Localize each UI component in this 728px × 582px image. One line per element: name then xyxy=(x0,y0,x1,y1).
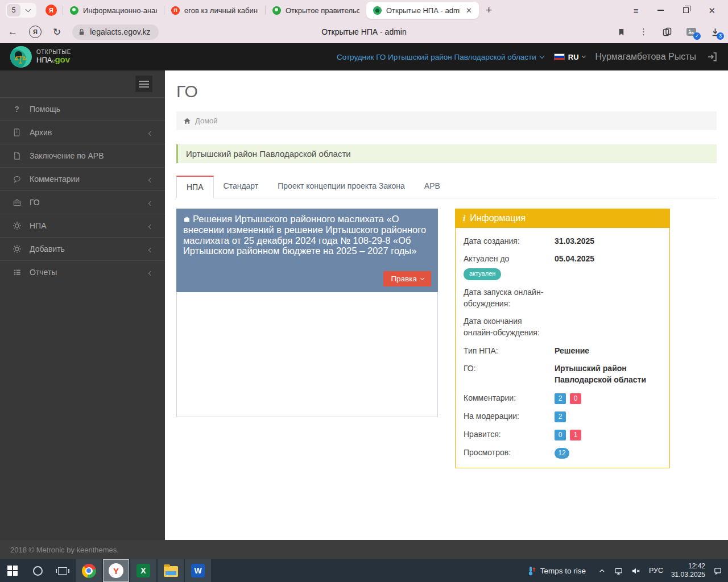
file-explorer-icon xyxy=(164,566,178,577)
network-icon[interactable] xyxy=(614,567,623,575)
chevron-left-icon xyxy=(149,221,152,230)
tab-favicon-green-icon xyxy=(272,6,281,15)
window-minimize-button[interactable] xyxy=(657,10,664,11)
status-badge: актуален xyxy=(464,268,501,280)
language-switcher[interactable]: RU xyxy=(554,53,585,61)
tab-count[interactable]: 5 xyxy=(7,4,20,16)
window-close-button[interactable]: ✕ xyxy=(708,6,715,15)
volume-muted-icon[interactable] xyxy=(631,567,641,575)
cortana-button[interactable] xyxy=(25,559,50,582)
info-row-go: ГО: Иртышский район Павлодарской области xyxy=(464,363,661,386)
pinned-tab-yandex[interactable]: Я xyxy=(46,5,57,16)
gear-icon xyxy=(12,244,22,254)
list-icon xyxy=(12,268,22,277)
sidebar-item-archive[interactable]: Архив xyxy=(0,120,165,144)
tab-npa[interactable]: НПА xyxy=(176,176,214,198)
tab-favicon-yandex-icon: Я xyxy=(171,6,180,15)
new-tab-button[interactable]: + xyxy=(486,4,492,16)
back-button[interactable]: ← xyxy=(8,26,18,38)
npa-card-body xyxy=(176,292,438,417)
tab-close-icon[interactable]: ✕ xyxy=(466,6,472,15)
action-center-button[interactable] xyxy=(713,567,722,575)
refresh-button[interactable]: ↻ xyxy=(53,26,61,38)
ru-flag-icon xyxy=(554,53,565,60)
views-count-badge: 12 xyxy=(555,448,569,459)
sidebar-item-help[interactable]: ? Помощь xyxy=(0,97,165,120)
info-row-likes: Нравится: 01 xyxy=(464,429,661,440)
tab-concept[interactable]: Проект концепции проекта Закона xyxy=(268,176,415,198)
info-row-created: Дата создания: 31.03.2025 xyxy=(464,235,661,247)
logo-line2: НПАegov xyxy=(36,55,71,64)
browser-tab-2[interactable]: Я егов кз личный кабинет – xyxy=(164,2,265,19)
check-badge: ✓ xyxy=(693,32,701,40)
info-row-npa-type: Тип НПА: Решение xyxy=(464,345,661,356)
tab-counter-chevron-icon[interactable] xyxy=(20,9,35,11)
question-icon: ? xyxy=(12,105,22,114)
content-tabs: НПА Стандарт Проект концепции проекта За… xyxy=(176,176,717,198)
sidebar-item-reports[interactable]: Отчеты xyxy=(0,260,165,284)
browser-tab-active[interactable]: Открытые НПА - admin ✕ xyxy=(366,2,479,19)
sidebar-item-arv-conclusion[interactable]: Заключение по АРВ xyxy=(0,144,165,167)
task-view-button[interactable] xyxy=(50,559,75,582)
sidebar-item-comments[interactable]: Комментарии xyxy=(0,167,165,190)
chevron-left-icon xyxy=(149,174,152,184)
taskbar-excel[interactable]: X xyxy=(130,559,156,582)
employee-dropdown-link[interactable]: Сотрудник ГО Иртышский район Павлодарско… xyxy=(337,53,544,61)
breadcrumb-home-link[interactable]: Домой xyxy=(195,117,218,125)
window-restore-button[interactable] xyxy=(683,7,689,13)
chevron-down-icon xyxy=(420,276,424,280)
tab-favicon-green-icon xyxy=(70,6,78,15)
taskbar-clock[interactable]: 12:42 31.03.2025 xyxy=(671,562,705,579)
yandex-home-button[interactable]: Я xyxy=(29,26,42,38)
downloads-count-badge: 3 xyxy=(717,32,724,40)
site-logo[interactable]: ОТКРЫТЫЕ НПАegov xyxy=(10,46,71,68)
collections-icon[interactable] xyxy=(662,27,672,37)
edit-button[interactable]: Правка xyxy=(383,271,431,286)
document-icon xyxy=(12,151,22,161)
start-button[interactable] xyxy=(0,559,25,582)
sidebar-item-npa[interactable]: НПА xyxy=(0,214,165,237)
tab-arv[interactable]: АРВ xyxy=(415,176,450,198)
browser-menu-icon[interactable]: ≡ xyxy=(634,6,639,15)
excel-icon: X xyxy=(136,564,150,577)
npa-card: Решения Иртышского районного маслихата «… xyxy=(176,209,438,417)
taskbar-explorer[interactable] xyxy=(158,559,184,582)
site-footer: 2018 © Metronic by keenthemes. xyxy=(0,540,728,559)
downloads-icon[interactable]: 3 xyxy=(710,27,720,37)
windows-taskbar: Y X W Temps to rise РУС 12:42 31.03.2025 xyxy=(0,559,728,582)
info-panel-header: i Информация xyxy=(455,209,670,228)
npa-card-title[interactable]: Решения Иртышского районного маслихата «… xyxy=(183,214,431,256)
input-language-indicator[interactable]: РУС xyxy=(649,567,663,575)
archive-icon xyxy=(12,128,22,138)
sidebar-toggle-button[interactable] xyxy=(135,76,152,92)
show-hidden-icons-button[interactable] xyxy=(598,567,606,575)
taskbar-word[interactable]: W xyxy=(185,559,211,582)
dislikes-badge: 1 xyxy=(570,430,581,440)
breadcrumb: Домой xyxy=(176,111,717,130)
chevron-left-icon xyxy=(149,244,152,253)
yandex-browser-icon: Y xyxy=(109,563,123,578)
chevron-left-icon xyxy=(149,128,152,137)
taskbar-chrome[interactable] xyxy=(76,559,102,582)
image-translate-icon[interactable]: ✓ xyxy=(686,27,697,37)
url-field[interactable]: legalacts.egov.kz xyxy=(72,24,158,40)
browser-tab-3[interactable]: Открытое правительство xyxy=(266,2,366,19)
browser-tab-1[interactable]: Информационно-аналити xyxy=(63,2,164,19)
info-row-actual: Актуален до актуален 05.04.2025 xyxy=(464,253,661,280)
tab-standart[interactable]: Стандарт xyxy=(214,176,268,198)
site-header: ОТКРЫТЫЕ НПАegov Сотрудник ГО Иртышский … xyxy=(0,43,728,70)
word-icon: W xyxy=(191,564,205,577)
logout-icon[interactable] xyxy=(706,51,718,63)
taskbar-yandex-browser[interactable]: Y xyxy=(103,559,129,582)
comments-rejected-badge: 0 xyxy=(570,393,581,404)
comments-approved-badge: 2 xyxy=(555,393,566,404)
sidebar-item-add[interactable]: Добавить xyxy=(0,237,165,260)
bookmark-icon[interactable] xyxy=(617,28,626,36)
comment-icon xyxy=(12,174,22,184)
more-menu-icon[interactable]: ⋮ xyxy=(639,27,648,37)
weather-widget[interactable]: Temps to rise xyxy=(522,566,590,576)
address-bar: ← Я ↻ legalacts.egov.kz Открытые НПА - a… xyxy=(0,20,728,43)
sidebar-item-go[interactable]: ГО xyxy=(0,190,165,214)
tab-counter[interactable]: 5 xyxy=(6,3,36,18)
site-logo-icon xyxy=(10,46,32,68)
